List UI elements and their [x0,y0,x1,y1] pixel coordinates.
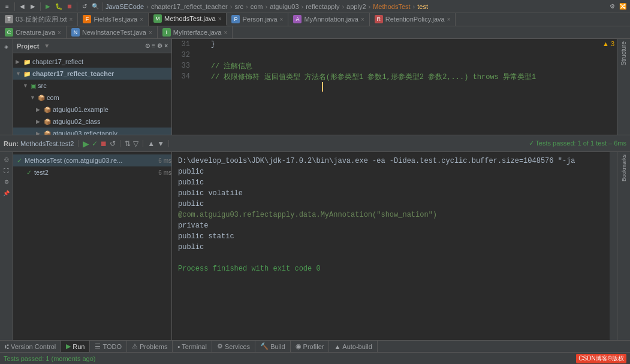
tree-item-atguigu03[interactable]: ▶ 📦 atguigu03.reflectapply [13,128,171,135]
tabs-row-1: T 03-反射的应用.txt × F FieldsTest.java × M M… [0,13,630,26]
project-panel: Project ▼ ⊙ ≡ ⚙ × ▶ 📁 chapter17_reflect [13,39,172,135]
run-btn-down[interactable]: ▼ [157,139,164,148]
test-output: D:\develop_tools\JDK\jdk-17.0.2\bin\java… [172,152,610,340]
stop-icon[interactable]: ⏹ [65,2,74,11]
run-btn-play[interactable]: ▶ [83,139,89,148]
tab-newinstance-java[interactable]: N NewInstanceTest.java × [67,26,158,39]
left-strip-icon-1[interactable]: ◈ [1,41,12,52]
tab-terminal[interactable]: ▪ Terminal [173,341,212,352]
output-line: public [178,242,604,253]
tab-fields-java[interactable]: F FieldsTest.java × [78,13,149,26]
ph-icon-4[interactable]: × [164,43,168,49]
test-status: ✓ Tests passed: 1 of 1 test – 6ms [529,139,627,147]
output-line: private [178,220,604,231]
project-title: Project [17,43,39,50]
back-icon[interactable]: ◀ [17,2,27,11]
tab-todo[interactable]: ☰ TODO [90,341,127,352]
test-item-methodstest[interactable]: ✓ MethodsTest (com.atguigu03.re... 6 ms [13,154,171,166]
refresh-icon[interactable]: ↺ [80,2,89,11]
run-btn-stop[interactable]: ⏹ [100,139,107,148]
run-toolbar: Run: MethodsTest.test2 ▶ ✓ ⏹ ↺ ⇅ ▽ ▲ ▼ ✓… [0,135,630,152]
breadcrumb-item: test [417,3,428,10]
forward-icon[interactable]: ▶ [28,2,38,11]
run-left-icon-3[interactable]: ⚙ [2,177,11,187]
right-strip: Structure [617,39,630,135]
breadcrumb-item: com [251,3,263,10]
run-icon[interactable]: ▶ [43,2,53,11]
tree-item[interactable]: ▶ 📁 chapter17_reflect [13,56,171,68]
run-left-strip: ◎ ⛶ ⚙ 📌 [0,152,13,340]
run-btn-sort[interactable]: ⇅ [125,139,131,148]
breadcrumb-item: apply2 [346,3,366,10]
tab-methods-java[interactable]: M MethodsTest.java × [149,13,227,26]
breadcrumb-item: MethodsTest [373,3,410,10]
tree-item-com[interactable]: ▼ 📦 com [13,92,171,104]
tab-version-control[interactable]: ⑆ Version Control [0,341,61,352]
debug-icon[interactable]: 🐛 [54,2,64,11]
tab-myannotation-java[interactable]: A MyAnnotation.java × [288,13,369,26]
output-line: public [178,199,604,210]
tree-item-atguigu02[interactable]: ▶ 📦 atguigu02_class [13,116,171,128]
run-test-name[interactable]: MethodsTest.test2 [20,140,74,147]
output-line [178,253,604,263]
menu-icon[interactable]: ≡ [2,2,12,11]
run-left-icon-2[interactable]: ⛶ [2,166,11,175]
output-line: D:\develop_tools\JDK\jdk-17.0.2\bin\java… [178,156,604,166]
breadcrumb-item: atguigu03 [270,3,299,10]
run-toolbar-label: Run: [4,140,19,147]
tab-profiler[interactable]: ◉ Profiler [291,341,330,352]
output-line-annotation: @com.atguigu03.reflectapply.data.MyAnnot… [178,210,604,220]
settings-icon[interactable]: ⚙ [607,2,617,11]
run-btn-check[interactable]: ✓ [92,139,98,148]
editor-content[interactable]: 31 } 32 33 // 注解信息 34 // 权限修饰符 返回值类型 [172,39,617,82]
tab-services[interactable]: ⚙ Services [212,341,255,352]
run-panel: Run: MethodsTest.test2 ▶ ✓ ⏹ ↺ ⇅ ▽ ▲ ▼ ✓… [0,135,630,340]
tab-creature-java[interactable]: C Creature.java × [0,26,67,39]
output-exit-line: Process finished with exit code 0 [178,263,604,274]
editor-area: ▲ 3 31 } 32 33 // 注解信息 [172,39,617,135]
tab-run[interactable]: ▶ Run [61,341,90,352]
test-tree: ✓ MethodsTest (com.atguigu03.re... 6 ms … [13,152,172,340]
left-panel-strip: ◈ [0,39,13,135]
tab-problems[interactable]: ⚠ Problems [127,341,173,352]
run-btn-up[interactable]: ▲ [147,139,155,148]
breadcrumb-item: src [234,3,243,10]
breadcrumb-item: chapter17_reflect_teacher [151,3,228,10]
ph-icon-3[interactable]: ⚙ [157,43,162,49]
tab-auto-build[interactable]: ▲ Auto-build [329,341,377,352]
ph-icon-2[interactable]: ≡ [152,43,155,49]
output-line: public [178,177,604,188]
bookmark-icon[interactable]: Bookmarks [621,154,627,181]
tab-build[interactable]: 🔨 Build [255,341,290,352]
run-content: ◎ ⛶ ⚙ 📌 ✓ MethodsTest (com.atguigu03.re.… [0,152,630,340]
run-btn-filter[interactable]: ▽ [133,139,138,148]
status-text: Tests passed: 1 (moments ago) [4,355,95,362]
test-item-test2[interactable]: ✓ test2 6 ms [13,166,171,178]
warning-badge: ▲ 3 [602,40,614,47]
run-btn-rerun[interactable]: ↺ [110,139,116,148]
tab-myinterface-java[interactable]: I MyInterface.java × [158,26,233,39]
tree-item-teacher[interactable]: ▼ 📁 chapter17_reflect_teacher [13,68,171,80]
run-left-icon-1[interactable]: ◎ [2,154,11,164]
search-icon[interactable]: 🔍 [91,2,100,11]
project-header: Project ▼ ⊙ ≡ ⚙ × [13,39,171,53]
csdn-badge: CSDN博客©版权 [576,354,626,363]
git-icon[interactable]: 🔀 [618,2,628,11]
run-left-icon-4[interactable]: 📌 [2,189,11,198]
breadcrumb-item: JavaSECode [105,3,144,10]
cursor [322,82,323,92]
output-line: public [178,166,604,177]
ph-icon-1[interactable]: ⊙ [145,43,150,49]
scrollbar[interactable] [610,152,617,340]
output-line: public volatile [178,188,604,199]
breadcrumb-item: reflectapply [306,3,339,10]
top-toolbar: ≡ ◀ ▶ ▶ 🐛 ⏹ ↺ 🔍 JavaSECode › chapter17_r… [0,0,630,13]
tree-item-atguigu01[interactable]: ▶ 📦 atguigu01.example [13,104,171,116]
bookmarks-strip: Bookmarks [617,152,630,340]
tab-person-java[interactable]: P Person.java × [227,13,288,26]
right-strip-icon[interactable]: Structure [620,41,627,66]
tabs-row-2: C Creature.java × N NewInstanceTest.java… [0,26,630,40]
tree-item-src[interactable]: ▼ ▣ src [13,80,171,92]
tab-fields-test[interactable]: T 03-反射的应用.txt × [0,13,78,26]
tab-retention-java[interactable]: R RetentionPolicy.java × [370,13,456,26]
